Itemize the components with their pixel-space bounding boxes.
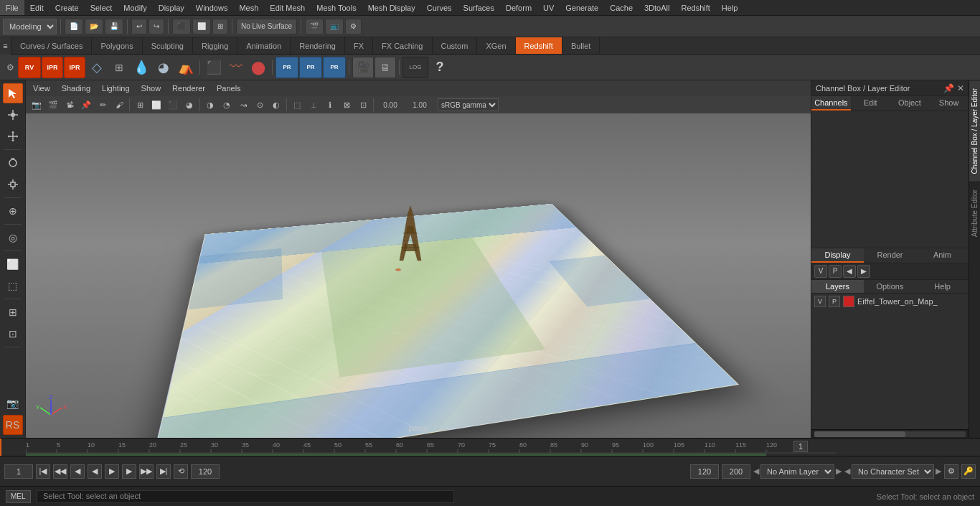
move-tool-btn[interactable] [3, 126, 23, 146]
marquee-select-btn[interactable]: ⬜ [3, 254, 23, 274]
char-set-arrow-right[interactable]: ▶ [936, 467, 941, 476]
scrollbar-track[interactable] [814, 431, 966, 437]
new-scene-btn[interactable]: 📄 [65, 19, 83, 34]
vp-select-btn[interactable]: ⬚ [289, 98, 305, 112]
anim-layer-dropdown[interactable]: No Anim Layer [760, 464, 834, 479]
playhead[interactable] [0, 439, 1, 456]
prev-key-btn[interactable]: ◀ [70, 464, 85, 479]
vp-ao-btn[interactable]: ◔ [219, 98, 235, 112]
show-manip-tool-btn[interactable]: ⊕ [3, 201, 23, 221]
tab-animation[interactable]: Animation [237, 37, 291, 54]
menu-mesh-display[interactable]: Mesh Display [362, 0, 421, 15]
redo-btn[interactable]: ↪ [149, 19, 164, 34]
layer-playback-btn[interactable]: P [829, 265, 842, 278]
tab-help-layer[interactable]: Help [916, 280, 969, 293]
play-fwd-btn[interactable]: ▶ [105, 464, 119, 479]
rp-pin-btn[interactable]: 📌 [943, 83, 954, 93]
menu-mesh[interactable]: Mesh [233, 0, 264, 15]
vp-aa-btn[interactable]: ◐ [268, 98, 284, 112]
menu-display[interactable]: Display [153, 0, 190, 15]
no-live-surface-btn[interactable]: No Live Surface [236, 19, 297, 34]
menu-deform[interactable]: Deform [500, 0, 537, 15]
tab-strip-menu[interactable]: ≡ [0, 37, 11, 55]
rotate-tool-btn[interactable] [3, 153, 23, 173]
menu-curves[interactable]: Curves [421, 0, 458, 15]
shelf-icon-wave[interactable]: 〰 [225, 57, 247, 78]
tab-bullet[interactable]: Bullet [562, 37, 600, 54]
tab-polygons[interactable]: Polygons [92, 37, 142, 54]
prefs-btn[interactable]: ⚙ [944, 464, 958, 479]
menu-create[interactable]: Create [50, 0, 85, 15]
vp-shaded-btn[interactable]: ⬛ [165, 98, 181, 112]
menu-edit-mesh[interactable]: Edit Mesh [264, 0, 311, 15]
vp-menu-shading[interactable]: Shading [59, 84, 93, 93]
snap-grid-btn[interactable]: ⊞ [212, 19, 228, 34]
menu-modify[interactable]: Modify [118, 0, 152, 15]
tab-anim[interactable]: Anim [916, 248, 969, 263]
vp-grid2-btn[interactable]: ⊠ [339, 98, 354, 112]
vp-edit-btn[interactable]: ✏ [95, 98, 110, 112]
vp-shadow-btn[interactable]: ◑ [202, 98, 218, 112]
render-btn[interactable]: 🎬 [305, 19, 324, 34]
tab-object[interactable]: Object [890, 96, 930, 111]
vert-tab-attribute-editor[interactable]: Attribute Editor [969, 182, 980, 244]
vp-cam2-btn[interactable]: ⊡ [355, 98, 371, 112]
shelf-icon-pr2[interactable]: PR [299, 57, 322, 78]
shelf-icon-ball[interactable]: ⬤ [248, 57, 269, 78]
vp-grid-btn[interactable]: ⊞ [132, 98, 148, 112]
shelf-icon-rv[interactable]: RV [18, 57, 41, 78]
anim-layer-arrow-right[interactable]: ▶ [836, 467, 842, 476]
vp-paint-btn[interactable]: 🖌 [111, 98, 127, 112]
tab-options-layer[interactable]: Options [864, 280, 916, 293]
layer-v-toggle[interactable]: V [814, 296, 826, 307]
viewport-canvas[interactable]: X Y Z persp [26, 113, 811, 438]
tab-xgen[interactable]: XGen [477, 37, 515, 54]
menu-windows[interactable]: Windows [190, 0, 234, 15]
layer-arrow-right[interactable]: ▶ [857, 265, 870, 278]
snap-point-btn[interactable]: ⊞ [3, 302, 23, 322]
play-back-btn[interactable]: ◀ [88, 464, 102, 479]
timeline[interactable]: 1 5 10 15 20 25 30 35 40 45 50 55 60 [0, 438, 980, 456]
soft-select-btn[interactable]: ◎ [3, 228, 23, 248]
vert-tab-channel-box[interactable]: Channel Box / Layer Editor [969, 80, 980, 182]
shelf-icon-sphere[interactable]: ◕ [153, 57, 174, 78]
menu-generate[interactable]: Generate [560, 0, 604, 15]
open-scene-btn[interactable]: 📂 [85, 19, 103, 34]
char-set-dropdown[interactable]: No Character Set [852, 464, 934, 479]
vp-menu-lighting[interactable]: Lighting [99, 84, 133, 93]
shelf-icon-render-cam[interactable]: 🎥 [352, 57, 374, 78]
scale-tool-btn[interactable] [3, 174, 23, 195]
scrollbar-thumb[interactable] [814, 431, 905, 437]
tab-sculpting[interactable]: Sculpting [143, 37, 193, 54]
tab-fx[interactable]: FX [345, 37, 373, 54]
menu-uv[interactable]: UV [537, 0, 560, 15]
shelf-icon-diamond[interactable]: ◇ [86, 57, 108, 78]
rp-close-btn[interactable]: ✕ [957, 83, 964, 93]
render-settings-btn[interactable]: ⚙ [345, 19, 362, 34]
go-to-end-btn[interactable]: ▶| [156, 464, 171, 479]
undo-btn[interactable]: ↩ [131, 19, 147, 34]
playback-end-field[interactable] [690, 464, 719, 479]
shelf-icon-render-view[interactable]: 🖥 [374, 57, 396, 78]
tab-layers[interactable]: Layers [811, 280, 864, 293]
tab-display[interactable]: Display [811, 248, 864, 263]
right-panel-scrollbar[interactable] [811, 429, 969, 438]
step-back-btn[interactable]: ◀◀ [53, 464, 67, 479]
gamma-selector[interactable]: sRGB gamma [438, 98, 499, 111]
range-end-input[interactable] [191, 464, 220, 479]
auto-key-btn[interactable]: 🔑 [961, 464, 976, 479]
tab-redshift[interactable]: Redshift [516, 37, 562, 54]
select-by-hierarchy-btn[interactable]: ⬛ [172, 19, 191, 34]
camera-tools-btn[interactable]: 📷 [3, 393, 23, 413]
vp-dof-btn[interactable]: ⊙ [252, 98, 268, 112]
select-by-component-btn[interactable]: ⬜ [192, 19, 211, 34]
vp-menu-show[interactable]: Show [138, 84, 164, 93]
transform-tool-btn[interactable] [3, 105, 23, 125]
vp-uv-btn[interactable]: ⟂ [306, 98, 321, 112]
menu-mesh-tools[interactable]: Mesh Tools [311, 0, 362, 15]
snap-grid-lt-btn[interactable]: ⊡ [3, 324, 23, 344]
layer-visibility-btn[interactable]: V [814, 265, 827, 278]
vp-menu-view[interactable]: View [30, 84, 53, 93]
vp-cam-btn2[interactable]: 📽 [62, 98, 77, 112]
vp-smooth-btn[interactable]: ◕ [182, 98, 197, 112]
